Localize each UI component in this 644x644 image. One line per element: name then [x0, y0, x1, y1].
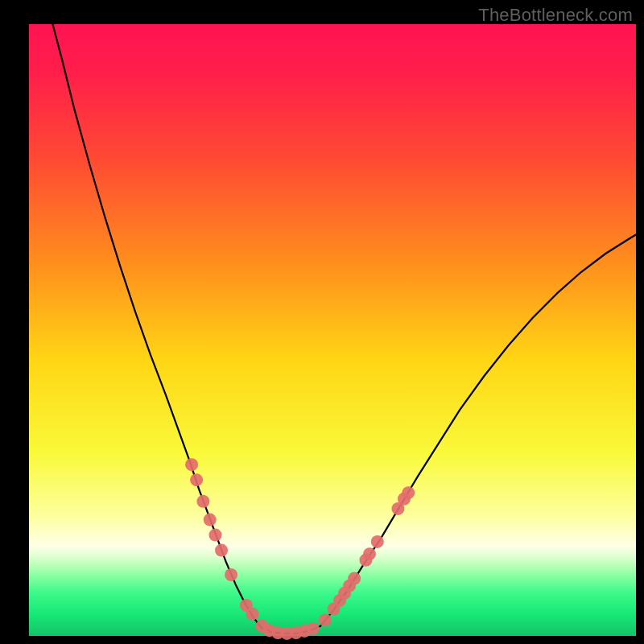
marker-point — [196, 495, 209, 508]
chart-stage: TheBottleneck.com — [0, 0, 644, 644]
marker-point — [215, 544, 228, 557]
plot-background — [29, 24, 636, 636]
marker-point — [319, 613, 332, 626]
marker-point — [204, 514, 217, 526]
marker-point — [185, 458, 198, 471]
marker-point — [307, 622, 320, 635]
marker-point — [208, 529, 221, 542]
marker-point — [246, 608, 258, 621]
watermark-text: TheBottleneck.com — [478, 5, 633, 26]
chart-svg — [0, 0, 644, 644]
marker-point — [402, 486, 415, 499]
marker-point — [348, 572, 361, 585]
marker-point — [190, 473, 203, 486]
marker-point — [225, 568, 237, 581]
marker-point — [371, 535, 384, 548]
marker-point — [363, 547, 376, 560]
